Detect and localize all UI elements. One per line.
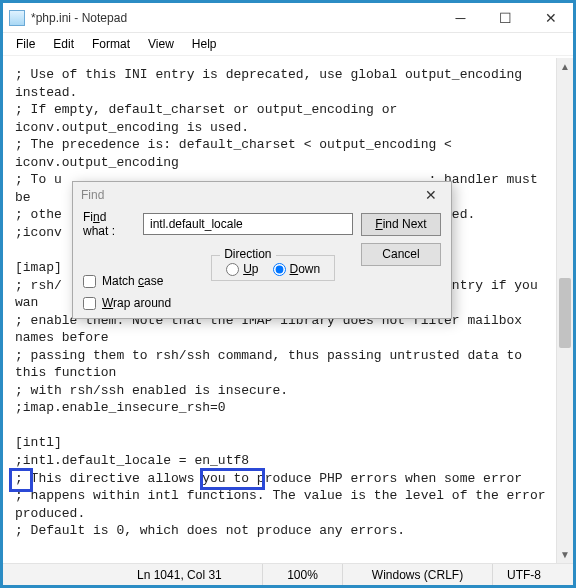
find-cancel-button[interactable]: Cancel [361,243,441,266]
find-close-button[interactable]: ✕ [411,182,451,208]
wrap-around-input[interactable] [83,297,96,310]
menu-edit[interactable]: Edit [46,35,81,53]
maximize-button[interactable]: ☐ [483,3,528,32]
titlebar: *php.ini - Notepad ─ ☐ ✕ [3,3,573,33]
close-button[interactable]: ✕ [528,3,573,32]
status-encoding: UTF-8 [493,564,573,585]
direction-legend: Direction [220,247,275,261]
wrap-around-checkbox[interactable]: Wrap around [83,296,171,310]
menu-help[interactable]: Help [185,35,224,53]
find-what-label: Find what : [83,210,135,238]
find-what-input[interactable] [143,213,353,235]
scroll-down-arrow-icon[interactable]: ▼ [557,546,573,563]
match-case-input[interactable] [83,275,96,288]
menu-file[interactable]: File [9,35,42,53]
direction-up-radio[interactable]: Up [226,262,258,276]
minimize-button[interactable]: ─ [438,3,483,32]
status-line-ending: Windows (CRLF) [343,564,493,585]
direction-group: Direction Up Down [211,255,335,281]
status-zoom: 100% [263,564,343,585]
scroll-thumb[interactable] [559,278,571,348]
find-next-button[interactable]: Find Next [361,213,441,236]
find-dialog-title: Find [81,188,104,202]
find-dialog: Find ✕ Find what : Find Next Cancel Matc… [72,181,452,319]
find-titlebar[interactable]: Find ✕ [73,182,451,208]
direction-down-radio[interactable]: Down [273,262,321,276]
statusbar: Ln 1041, Col 31 100% Windows (CRLF) UTF-… [3,563,573,585]
menubar: File Edit Format View Help [3,33,573,56]
status-blank [3,564,123,585]
window-title: *php.ini - Notepad [31,11,438,25]
scroll-up-arrow-icon[interactable]: ▲ [557,58,573,75]
vertical-scrollbar[interactable]: ▲ ▼ [556,58,573,563]
match-case-checkbox[interactable]: Match case [83,274,171,288]
direction-up-input[interactable] [226,263,239,276]
direction-down-input[interactable] [273,263,286,276]
status-position: Ln 1041, Col 31 [123,564,263,585]
notepad-app-icon [9,10,25,26]
menu-view[interactable]: View [141,35,181,53]
menu-format[interactable]: Format [85,35,137,53]
